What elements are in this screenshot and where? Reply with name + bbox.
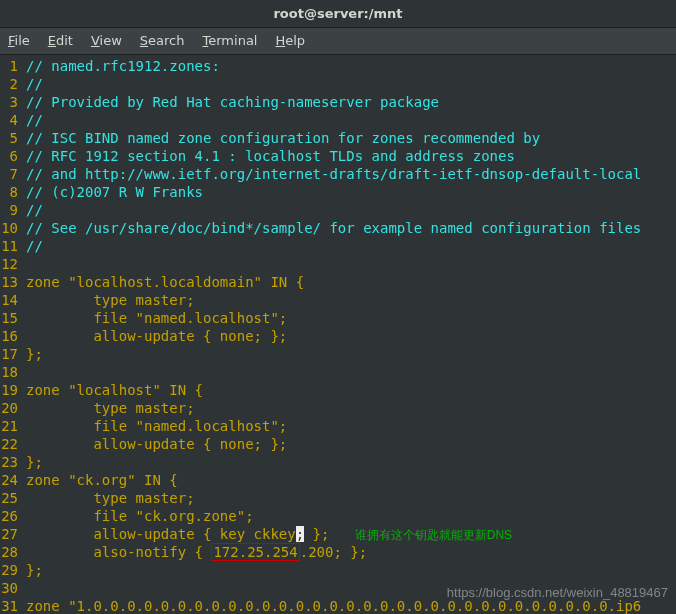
code-line[interactable]: // and http://www.ietf.org/internet-draf… [26, 165, 676, 183]
line-number: 21 [0, 417, 18, 435]
line-number: 16 [0, 327, 18, 345]
line-number: 6 [0, 147, 18, 165]
code-line[interactable]: }; [26, 561, 676, 579]
highlighted-ip: 172.25.254 [211, 543, 299, 561]
line-number: 5 [0, 129, 18, 147]
menu-terminal[interactable]: Terminal [203, 33, 258, 48]
code-line[interactable]: // [26, 237, 676, 255]
code-line[interactable]: // Provided by Red Hat caching-nameserve… [26, 93, 676, 111]
line-number: 2 [0, 75, 18, 93]
code-line[interactable]: // [26, 75, 676, 93]
code-line[interactable]: allow-update { none; }; [26, 327, 676, 345]
line-number: 23 [0, 453, 18, 471]
code-content[interactable]: // named.rfc1912.zones://// Provided by … [20, 55, 676, 614]
line-number: 13 [0, 273, 18, 291]
line-number: 26 [0, 507, 18, 525]
line-number: 15 [0, 309, 18, 327]
line-number-gutter: 1234567891011121314151617181920212223242… [0, 55, 20, 614]
line-number: 1 [0, 57, 18, 75]
code-line[interactable]: // (c)2007 R W Franks [26, 183, 676, 201]
code-line[interactable] [26, 363, 676, 381]
code-line[interactable]: }; [26, 453, 676, 471]
code-line[interactable]: // [26, 201, 676, 219]
line-number: 8 [0, 183, 18, 201]
window-title: root@server:/mnt [0, 0, 676, 28]
code-line[interactable]: type master; [26, 489, 676, 507]
menu-bar: File Edit View Search Terminal Help [0, 28, 676, 55]
line-number: 14 [0, 291, 18, 309]
menu-help[interactable]: Help [275, 33, 305, 48]
code-line[interactable]: also-notify { 172.25.254.200; }; [26, 543, 676, 561]
line-number: 29 [0, 561, 18, 579]
line-number: 7 [0, 165, 18, 183]
line-number: 3 [0, 93, 18, 111]
menu-view[interactable]: View [91, 33, 122, 48]
code-line[interactable]: }; [26, 345, 676, 363]
code-line[interactable]: file "ck.org.zone"; [26, 507, 676, 525]
line-number: 20 [0, 399, 18, 417]
line-number: 19 [0, 381, 18, 399]
code-line[interactable]: // named.rfc1912.zones: [26, 57, 676, 75]
code-line[interactable]: type master; [26, 291, 676, 309]
text-cursor: ; [296, 526, 304, 542]
code-line[interactable]: // RFC 1912 section 4.1 : localhost TLDs… [26, 147, 676, 165]
line-number: 24 [0, 471, 18, 489]
menu-edit[interactable]: Edit [48, 33, 73, 48]
code-line[interactable]: zone "localhost.localdomain" IN { [26, 273, 676, 291]
editor-area[interactable]: 1234567891011121314151617181920212223242… [0, 55, 676, 614]
annotation-text: 谁拥有这个钥匙就能更新DNS [355, 528, 512, 542]
menu-file[interactable]: File [8, 33, 30, 48]
line-number: 27 [0, 525, 18, 543]
code-line[interactable] [26, 255, 676, 273]
line-number: 9 [0, 201, 18, 219]
code-line[interactable]: // [26, 111, 676, 129]
code-line[interactable]: // ISC BIND named zone configuration for… [26, 129, 676, 147]
line-number: 17 [0, 345, 18, 363]
line-number: 28 [0, 543, 18, 561]
code-line[interactable]: type master; [26, 399, 676, 417]
watermark-text: https://blog.csdn.net/weixin_48819467 [447, 585, 668, 600]
line-number: 31 [0, 597, 18, 614]
code-line[interactable]: zone "ck.org" IN { [26, 471, 676, 489]
code-line[interactable]: allow-update { key ckkey; }; 谁拥有这个钥匙就能更新… [26, 525, 676, 543]
line-number: 4 [0, 111, 18, 129]
line-number: 10 [0, 219, 18, 237]
line-number: 30 [0, 579, 18, 597]
line-number: 12 [0, 255, 18, 273]
code-line[interactable]: allow-update { none; }; [26, 435, 676, 453]
code-line[interactable]: // See /usr/share/doc/bind*/sample/ for … [26, 219, 676, 237]
line-number: 25 [0, 489, 18, 507]
line-number: 11 [0, 237, 18, 255]
code-line[interactable]: file "named.localhost"; [26, 417, 676, 435]
menu-search[interactable]: Search [140, 33, 185, 48]
code-line[interactable]: file "named.localhost"; [26, 309, 676, 327]
line-number: 22 [0, 435, 18, 453]
line-number: 18 [0, 363, 18, 381]
code-line[interactable]: zone "localhost" IN { [26, 381, 676, 399]
